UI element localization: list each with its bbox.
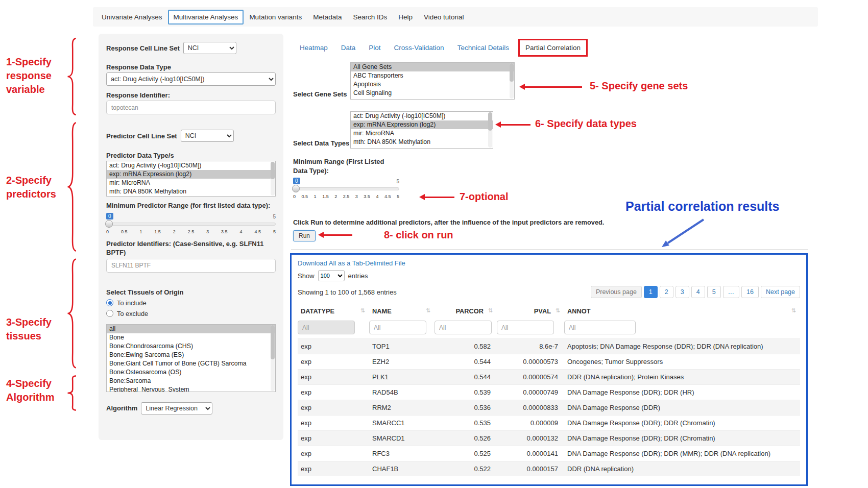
cell-parcor: 0.526 [435,431,497,446]
tissue-option[interactable]: Peripheral_Nervous_System [107,385,275,392]
nav-item-mutation-variants[interactable]: Mutation variants [244,10,307,25]
table-row[interactable]: exp SMARCC1 0.535 0.000009 DNA Damage Re… [298,416,800,431]
filter-annot-input[interactable] [564,321,636,334]
data-type-option[interactable]: mir: MicroRNA [351,129,493,138]
tissue-option[interactable]: Bone:Sarcoma [107,377,275,385]
tab-cross-validation[interactable]: Cross-Validation [388,40,451,56]
column-header-name[interactable]: NAME⇅ [369,303,435,320]
column-header-pval[interactable]: PVAL⇅ [497,303,564,320]
page-number-button[interactable]: 4 [691,286,705,298]
slider-track[interactable] [106,223,276,226]
gene-set-option[interactable]: All Gene Sets [351,63,514,71]
tab-heatmap[interactable]: Heatmap [293,40,334,56]
predictor-data-type-option[interactable]: act: Drug Activity (-log10[IC50M]) [107,161,275,170]
predictor-identifiers-input[interactable] [106,259,276,273]
tissue-option[interactable]: Bone [107,333,275,342]
slider-track[interactable] [293,187,399,190]
response-identifier-input[interactable] [106,101,276,114]
column-header-parcor[interactable]: PARCOR⇅ [435,303,497,320]
scrollbar-thumb[interactable] [510,63,514,82]
filter-parcor-input[interactable] [435,321,492,334]
page-number-button[interactable]: 1 [644,286,658,298]
page-number-button[interactable]: … [723,286,740,298]
predictor-data-type-option[interactable]: mir: MicroRNA [107,179,275,187]
predictor-data-types-listbox[interactable]: act: Drug Activity (-log10[IC50M])exp: m… [106,161,276,197]
sort-icon[interactable]: ⇅ [360,307,365,314]
page-number-button[interactable]: 3 [676,286,689,298]
nav-item-metadata[interactable]: Metadata [307,10,347,25]
next-page-button[interactable]: Next page [761,286,800,298]
sort-icon[interactable]: ⇅ [791,307,796,314]
data-type-option[interactable]: act: Drug Activity (-log10[IC50M]) [351,112,493,120]
data-type-option[interactable]: mth: DNA 850K Methylation [351,138,493,147]
tissue-option[interactable]: Bone:Giant Cell Tumor of Bone (GCTB) Sar… [107,359,275,368]
table-row[interactable]: exp SMARCD1 0.526 0.0000132 DNA Damage R… [298,431,800,446]
previous-page-button[interactable]: Previous page [591,286,642,298]
tissue-option[interactable]: Bone:Chondrosarcoma (CHS) [107,342,275,351]
tab-partial-correlation[interactable]: Partial Correlation [518,39,588,57]
data-type-option[interactable]: exp: mRNA Expression (log2) [351,120,493,129]
filter-datatype-input[interactable] [298,321,355,334]
page-number-button[interactable]: 5 [707,286,721,298]
filter-name-input[interactable] [369,321,426,334]
response-cell-line-set-select[interactable]: NCI [183,42,236,54]
column-header-datatype[interactable]: DATATYPE⇅ [298,303,369,320]
scrollbar[interactable] [271,162,275,196]
sort-icon[interactable]: ⇅ [556,307,560,314]
table-row[interactable]: exp PLK1 0.544 0.00000574 DDR (DNA repli… [298,370,800,385]
scrollbar-thumb[interactable] [488,112,492,131]
radio-exclude-icon[interactable] [106,310,113,317]
column-header-annot[interactable]: ANNOT⇅ [564,303,800,320]
tissue-option[interactable]: Bone:Osteosarcoma (OS) [107,368,275,377]
scrollbar[interactable] [510,63,514,99]
table-row[interactable]: exp RFC3 0.525 0.0000141 DNA Damage Resp… [298,446,800,461]
run-button[interactable]: Run [293,230,316,241]
scrollbar-thumb[interactable] [271,162,275,179]
download-link[interactable]: Download All as a Tab-Delimited File [298,259,405,267]
response-identifier-label: Response Identifier: [106,91,276,99]
tab-technical-details[interactable]: Technical Details [451,40,516,56]
data-types-listbox[interactable]: act: Drug Activity (-log10[IC50M])exp: m… [350,111,493,149]
nav-item-multivariate-analyses[interactable]: Multivariate Analyses [168,10,244,25]
table-row[interactable]: exp RRM2 0.536 0.00000833 DNA Damage Res… [298,400,800,416]
tab-data[interactable]: Data [334,40,363,56]
slider-handle[interactable] [292,185,300,192]
show-entries-select[interactable]: 100 [318,270,345,281]
gene-set-option[interactable]: Apoptosis [351,80,514,89]
cell-name: RRM2 [369,400,435,416]
scrollbar[interactable] [271,325,275,391]
sort-icon[interactable]: ⇅ [426,307,430,314]
tissue-option[interactable]: Bone:Ewing Sarcoma (ES) [107,351,275,359]
tissue-option[interactable]: all [107,325,275,333]
predictor-cell-line-set-select[interactable]: NCI [181,130,234,142]
slider-handle[interactable] [105,220,113,228]
scrollbar[interactable] [488,112,492,148]
nav-item-univariate-analyses[interactable]: Univariate Analyses [96,10,168,25]
response-data-type-select[interactable]: act: Drug Activity (-log10[IC50M]) [106,72,276,86]
table-row[interactable]: exp RAD54B 0.539 0.00000749 DNA Damage R… [298,385,800,400]
nav-item-help[interactable]: Help [393,10,418,25]
tissue-include-radio-row[interactable]: To include [106,299,276,307]
gene-set-option[interactable]: ABC Transporters [351,71,514,80]
table-row[interactable]: exp EZH2 0.544 0.00000573 Oncogenes; Tum… [298,354,800,370]
gene-sets-listbox[interactable]: All Gene SetsABC TransportersApoptosisCe… [350,62,515,100]
algorithm-select[interactable]: Linear Regression [141,402,212,414]
table-header-row: DATATYPE⇅ NAME⇅ PARCOR⇅ PVAL⇅ ANNOT⇅ [298,303,800,320]
tab-plot[interactable]: Plot [362,40,387,56]
table-row[interactable]: exp CHAF1B 0.522 0.0000157 DDR (DNA repl… [298,461,800,477]
radio-include-icon[interactable] [106,299,113,306]
slider-value-badge: 0 [106,213,113,219]
tissue-exclude-radio-row[interactable]: To exclude [106,310,276,318]
tissue-listbox[interactable]: allBoneBone:Chondrosarcoma (CHS)Bone:Ewi… [106,324,276,392]
sort-icon[interactable]: ⇅ [488,307,493,314]
table-row[interactable]: exp TOP1 0.582 8.6e-7 Apoptosis; DNA Dam… [298,339,800,354]
predictor-data-type-option[interactable]: exp: mRNA Expression (log2) [107,170,275,179]
gene-set-option[interactable]: Cell Signaling [351,89,514,97]
scrollbar-thumb[interactable] [271,325,275,359]
page-number-button[interactable]: 2 [660,286,673,298]
nav-item-video-tutorial[interactable]: Video tutorial [418,10,470,25]
nav-item-search-ids[interactable]: Search IDs [347,10,393,25]
page-number-button[interactable]: 16 [741,286,759,298]
predictor-data-type-option[interactable]: mth: DNA 850K Methylation [107,187,275,196]
filter-pval-input[interactable] [497,321,554,334]
